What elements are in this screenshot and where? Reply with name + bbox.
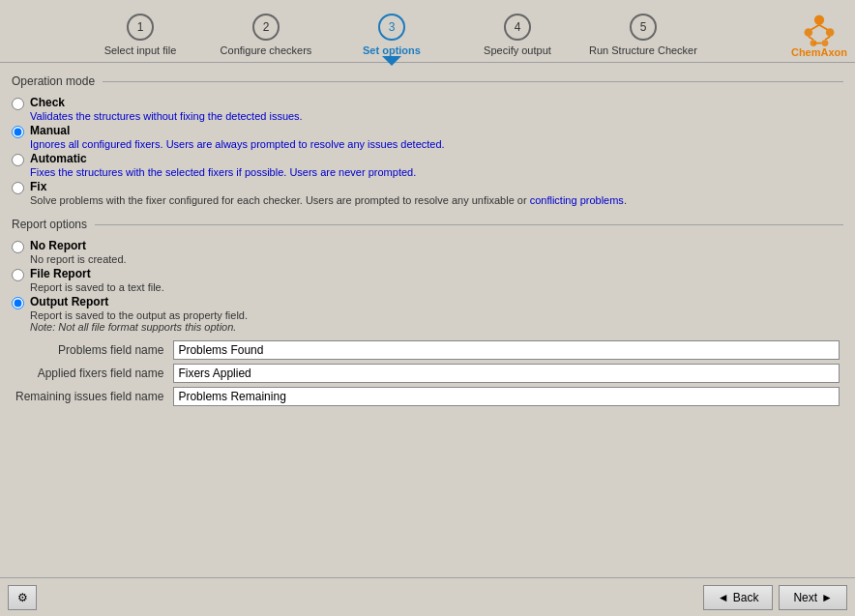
operation-mode-options: Check Validates the structures without f… xyxy=(12,96,843,206)
main-content: Operation mode Check Validates the struc… xyxy=(0,63,855,577)
next-label: Next xyxy=(793,591,817,604)
option-no-report-label: No Report xyxy=(30,239,127,252)
field-input-remaining-cell xyxy=(169,385,843,408)
fixers-field-input[interactable] xyxy=(173,364,840,383)
output-report-note: Note: Not all file format supports this … xyxy=(30,321,248,333)
report-options-group: No Report No report is created. File Rep… xyxy=(12,239,843,333)
option-automatic-label: Automatic xyxy=(30,152,416,165)
option-output-report-label: Output Report xyxy=(30,295,248,308)
option-no-report-content: No Report No report is created. xyxy=(30,239,127,265)
radio-automatic[interactable] xyxy=(12,154,24,166)
svg-line-7 xyxy=(809,37,813,40)
molecule-icon xyxy=(798,12,840,46)
report-options-line xyxy=(95,224,843,225)
radio-output-report[interactable] xyxy=(12,297,24,309)
step-5-circle: 5 xyxy=(630,14,657,41)
operation-mode-title: Operation mode xyxy=(12,74,95,88)
option-manual-label: Manual xyxy=(30,124,445,137)
footer: ⚙ ◄ Back Next ► xyxy=(0,577,855,616)
option-manual-content: Manual Ignores all configured fixers. Us… xyxy=(30,124,445,150)
footer-left: ⚙ xyxy=(8,585,37,610)
option-fix-label: Fix xyxy=(30,180,627,193)
step-1-label: Select input file xyxy=(104,44,177,56)
gear-button[interactable]: ⚙ xyxy=(8,585,37,610)
chemaxon-logo: ChemAxon xyxy=(783,8,855,62)
svg-point-0 xyxy=(814,15,824,24)
next-icon: ► xyxy=(821,591,833,604)
operation-mode-section-header: Operation mode xyxy=(12,74,843,88)
field-input-problems-cell xyxy=(169,338,843,362)
step-3[interactable]: 3 Set options xyxy=(329,14,455,56)
option-automatic-desc: Fixes the structures with the selected f… xyxy=(30,166,416,178)
option-check-desc: Validates the structures without fixing … xyxy=(30,110,303,122)
footer-right: ◄ Back Next ► xyxy=(703,585,847,610)
back-icon: ◄ xyxy=(718,591,729,604)
option-check-label: Check xyxy=(30,96,303,109)
svg-line-6 xyxy=(819,25,828,30)
step-5[interactable]: 5 Run Structure Checker xyxy=(580,14,706,56)
svg-line-5 xyxy=(811,25,819,30)
radio-file-report[interactable] xyxy=(12,269,24,281)
field-input-fixers-cell xyxy=(169,362,843,385)
option-fix-desc: Solve problems with the fixer configured… xyxy=(30,194,627,206)
step-5-label: Run Structure Checker xyxy=(589,44,697,56)
field-row-problems: Problems field name xyxy=(12,338,843,362)
step-3-arrow xyxy=(382,56,401,66)
field-label-fixers: Applied fixers field name xyxy=(12,362,169,385)
option-manual-desc: Ignores all configured fixers. Users are… xyxy=(30,138,445,150)
option-check-row: Check Validates the structures without f… xyxy=(12,96,843,122)
radio-manual[interactable] xyxy=(12,126,24,138)
report-options-title: Report options xyxy=(12,218,87,231)
report-options-section-header: Report options xyxy=(12,218,843,231)
wizard-steps: 1 Select input file 2 Configure checkers… xyxy=(0,14,783,56)
step-3-circle: 3 xyxy=(378,14,405,41)
option-output-report-desc: Report is saved to the output as propert… xyxy=(30,309,248,321)
option-output-report-row: Output Report Report is saved to the out… xyxy=(12,295,843,333)
step-4-circle: 4 xyxy=(504,14,531,41)
radio-no-report[interactable] xyxy=(12,241,24,253)
operation-mode-line xyxy=(103,81,843,82)
svg-point-4 xyxy=(822,40,829,46)
gear-icon: ⚙ xyxy=(17,591,28,604)
fields-table: Problems field name Applied fixers field… xyxy=(12,338,843,408)
step-1[interactable]: 1 Select input file xyxy=(77,14,203,56)
remaining-field-input[interactable] xyxy=(173,387,840,406)
option-file-report-row: File Report Report is saved to a text fi… xyxy=(12,267,843,293)
next-button[interactable]: Next ► xyxy=(779,585,847,610)
option-manual-row: Manual Ignores all configured fixers. Us… xyxy=(12,124,843,150)
step-1-circle: 1 xyxy=(127,14,154,41)
option-check-content: Check Validates the structures without f… xyxy=(30,96,303,122)
field-label-problems: Problems field name xyxy=(12,338,169,362)
step-2-label: Configure checkers xyxy=(221,44,312,56)
step-3-label: Set options xyxy=(363,44,421,56)
step-2-circle: 2 xyxy=(252,14,280,41)
field-row-remaining: Remaining issues field name xyxy=(12,385,843,408)
option-automatic-content: Automatic Fixes the structures with the … xyxy=(30,152,416,178)
option-file-report-content: File Report Report is saved to a text fi… xyxy=(30,267,164,293)
field-row-fixers: Applied fixers field name xyxy=(12,362,843,385)
problems-field-input[interactable] xyxy=(173,340,840,360)
option-automatic-row: Automatic Fixes the structures with the … xyxy=(12,152,843,178)
field-label-remaining: Remaining issues field name xyxy=(12,385,169,408)
back-label: Back xyxy=(733,591,759,604)
logo-text: ChemAxon xyxy=(791,46,847,58)
step-4[interactable]: 4 Specify output xyxy=(455,14,580,56)
option-no-report-row: No Report No report is created. xyxy=(12,239,843,265)
option-fix-content: Fix Solve problems with the fixer config… xyxy=(30,180,627,206)
radio-check[interactable] xyxy=(12,98,24,110)
option-file-report-desc: Report is saved to a text file. xyxy=(30,281,164,293)
option-file-report-label: File Report xyxy=(30,267,164,280)
svg-line-8 xyxy=(825,37,830,40)
step-2[interactable]: 2 Configure checkers xyxy=(203,14,329,56)
option-output-report-content: Output Report Report is saved to the out… xyxy=(30,295,248,333)
wizard-header: 1 Select input file 2 Configure checkers… xyxy=(0,0,855,63)
back-button[interactable]: ◄ Back xyxy=(703,585,774,610)
option-fix-row: Fix Solve problems with the fixer config… xyxy=(12,180,843,206)
option-no-report-desc: No report is created. xyxy=(30,253,127,265)
step-4-label: Specify output xyxy=(484,44,551,56)
radio-fix[interactable] xyxy=(12,182,24,194)
conflicting-link[interactable]: conflicting problems xyxy=(530,194,624,206)
